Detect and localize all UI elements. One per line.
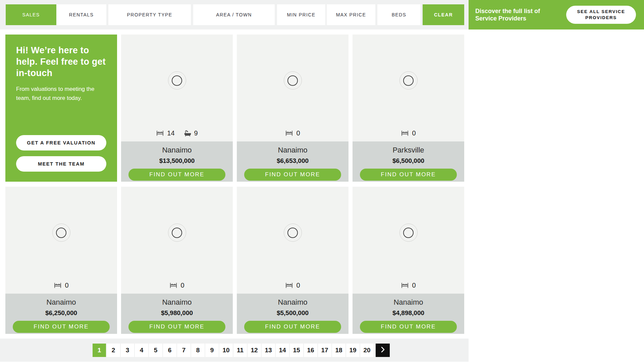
find-out-more-button[interactable]: FIND OUT MORE xyxy=(13,321,110,333)
listing-footer: Nanaimo $5,500,000 FIND OUT MORE xyxy=(237,294,348,334)
find-out-more-button[interactable]: FIND OUT MORE xyxy=(360,321,457,333)
page-button-2[interactable]: 2 xyxy=(107,344,120,357)
listing-price: $4,898,000 xyxy=(353,309,464,317)
filter-button-rentals[interactable]: RENTALS xyxy=(56,4,106,25)
beds-count: 0 xyxy=(296,129,300,137)
image-loading-spinner-icon xyxy=(399,224,418,242)
pagination-next-button[interactable] xyxy=(376,344,390,357)
page-button-8[interactable]: 8 xyxy=(191,344,205,357)
find-out-more-button[interactable]: FIND OUT MORE xyxy=(244,169,341,181)
bath-stat: 9 xyxy=(184,129,198,137)
listing-stats: 14 9 xyxy=(121,129,233,137)
beds-count: 14 xyxy=(167,129,174,137)
listing-footer: Parksville $6,500,000 FIND OUT MORE xyxy=(353,141,464,182)
get-a-free-valuation-button[interactable]: GET A FREE VALUATION xyxy=(16,135,106,150)
listing-price: $6,250,000 xyxy=(5,309,117,317)
find-out-more-button[interactable]: FIND OUT MORE xyxy=(128,321,225,333)
listing-price: $5,500,000 xyxy=(237,309,348,317)
bed-stat: 0 xyxy=(285,282,300,289)
page-button-20[interactable]: 20 xyxy=(360,344,374,357)
filter-button-sales[interactable]: SALES xyxy=(6,4,56,25)
find-out-more-button[interactable]: FIND OUT MORE xyxy=(360,169,457,181)
listing-card: 0 Nanaimo $4,898,000 FIND OUT MORE xyxy=(353,187,464,334)
listing-price: $13,500,000 xyxy=(121,157,233,165)
listing-card: 0 Nanaimo $5,980,000 FIND OUT MORE xyxy=(121,187,233,334)
bed-stat: 0 xyxy=(401,129,416,137)
image-loading-spinner-icon xyxy=(399,71,418,89)
bed-icon xyxy=(156,130,164,136)
listing-card: 0 Nanaimo $5,500,000 FIND OUT MORE xyxy=(237,187,348,334)
page-button-15[interactable]: 15 xyxy=(290,344,303,357)
image-loading-spinner-icon xyxy=(284,71,302,89)
page-button-7[interactable]: 7 xyxy=(177,344,191,357)
listing-stats: 0 xyxy=(353,282,464,289)
filter-button-max-price[interactable]: MAX PRICE xyxy=(327,4,375,25)
listing-price: $6,653,000 xyxy=(237,157,348,165)
page-button-19[interactable]: 19 xyxy=(346,344,360,357)
page-button-16[interactable]: 16 xyxy=(304,344,317,357)
image-loading-spinner-icon xyxy=(284,224,302,242)
pagination: 1234567891011121314151617181920 xyxy=(0,339,469,362)
listing-image-area: 0 xyxy=(237,35,348,141)
page-button-1[interactable]: 1 xyxy=(93,344,106,357)
find-out-more-button[interactable]: FIND OUT MORE xyxy=(128,169,225,181)
listing-stats: 0 xyxy=(5,282,117,289)
page-button-13[interactable]: 13 xyxy=(262,344,275,357)
listings-grid: Hi! We’re here to help. Feel free to get… xyxy=(5,35,466,334)
filter-button-beds[interactable]: BEDS xyxy=(377,4,421,25)
header: SALESRENTALSPROPERTY TYPEAREA / TOWNMIN … xyxy=(0,0,644,29)
listing-town: Nanaimo xyxy=(237,146,348,155)
meet-the-team-button[interactable]: MEET THE TEAM xyxy=(16,156,106,172)
beds-count: 0 xyxy=(65,282,68,289)
filter-button-area-town[interactable]: AREA / TOWN xyxy=(193,4,275,25)
listing-town: Nanaimo xyxy=(5,298,117,307)
listing-footer: Nanaimo $6,653,000 FIND OUT MORE xyxy=(237,141,348,182)
clear-filters-button[interactable]: CLEAR xyxy=(423,4,464,25)
bed-stat: 0 xyxy=(54,282,68,289)
bed-stat: 14 xyxy=(156,129,174,137)
page-button-11[interactable]: 11 xyxy=(233,344,247,357)
bed-icon xyxy=(169,283,177,288)
beds-count: 0 xyxy=(412,282,416,289)
listing-town: Nanaimo xyxy=(237,298,348,307)
page-button-18[interactable]: 18 xyxy=(332,344,345,357)
page-button-3[interactable]: 3 xyxy=(121,344,134,357)
page-button-17[interactable]: 17 xyxy=(318,344,331,357)
listing-footer: Nanaimo $4,898,000 FIND OUT MORE xyxy=(353,294,464,334)
page-button-14[interactable]: 14 xyxy=(276,344,289,357)
bed-stat: 0 xyxy=(401,282,416,289)
image-loading-spinner-icon xyxy=(168,71,186,89)
listing-price: $5,980,000 xyxy=(121,309,233,317)
listing-footer: Nanaimo $13,500,000 FIND OUT MORE xyxy=(121,141,233,182)
listing-town: Nanaimo xyxy=(353,298,464,307)
listing-image-area: 0 xyxy=(121,187,233,294)
bed-stat: 0 xyxy=(169,282,184,289)
see-all-service-providers-button[interactable]: SEE ALL SERVICE PROVIDERS xyxy=(566,6,636,24)
bed-icon xyxy=(401,130,409,136)
listing-stats: 0 xyxy=(237,129,348,137)
page-button-9[interactable]: 9 xyxy=(205,344,219,357)
listing-card: 14 9 Nanaimo $13,500,000 xyxy=(121,35,233,182)
page-button-6[interactable]: 6 xyxy=(163,344,176,357)
image-loading-spinner-icon xyxy=(168,224,186,242)
bed-icon xyxy=(285,283,293,288)
bed-icon xyxy=(285,130,293,136)
page-button-10[interactable]: 10 xyxy=(219,344,233,357)
listing-town: Nanaimo xyxy=(121,146,233,155)
listing-image-area: 0 xyxy=(5,187,117,294)
listing-price: $6,500,000 xyxy=(353,157,464,165)
listing-image-area: 0 xyxy=(353,35,464,141)
find-out-more-button[interactable]: FIND OUT MORE xyxy=(244,321,341,333)
image-loading-spinner-icon xyxy=(52,224,70,242)
service-providers-banner-text: Discover the full list of Service Provid… xyxy=(469,7,556,22)
page-button-4[interactable]: 4 xyxy=(135,344,148,357)
filter-button-min-price[interactable]: MIN PRICE xyxy=(277,4,325,25)
filter-button-property-type[interactable]: PROPERTY TYPE xyxy=(108,4,191,25)
service-providers-banner: Discover the full list of Service Provid… xyxy=(469,0,644,29)
filter-bar: SALESRENTALSPROPERTY TYPEAREA / TOWNMIN … xyxy=(0,0,469,29)
page-button-5[interactable]: 5 xyxy=(149,344,162,357)
listing-town: Parksville xyxy=(353,146,464,155)
baths-count: 9 xyxy=(194,129,198,137)
listing-footer: Nanaimo $6,250,000 FIND OUT MORE xyxy=(5,294,117,334)
page-button-12[interactable]: 12 xyxy=(248,344,261,357)
